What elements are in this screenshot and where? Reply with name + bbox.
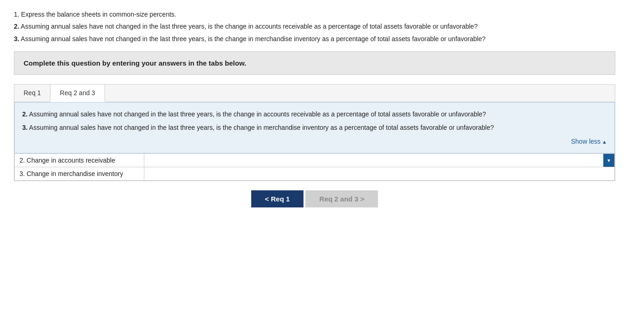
intro-q3-text: Assuming annual sales have not changed i… bbox=[19, 35, 486, 43]
show-less-arrow-icon: ▲ bbox=[601, 139, 607, 145]
row2-label: 3. Change in merchandise inventory bbox=[15, 167, 144, 181]
question-box: 2. Assuming annual sales have not change… bbox=[14, 102, 615, 153]
question-box-q3: 3. Assuming annual sales have not change… bbox=[22, 122, 607, 133]
row1-label: 2. Change in accounts receivable bbox=[15, 154, 144, 167]
intro-q2-bold: 2. bbox=[14, 23, 19, 30]
show-less-button[interactable]: Show less ▲ bbox=[22, 136, 607, 146]
row1-select[interactable]: Favorable Unfavorable bbox=[144, 154, 614, 167]
tab-bar: Req 1 Req 2 and 3 bbox=[14, 85, 615, 102]
tab-req1[interactable]: Req 1 bbox=[14, 85, 50, 102]
tab-content: 2. Assuming annual sales have not change… bbox=[14, 102, 615, 181]
table-row: 3. Change in merchandise inventory Favor… bbox=[15, 167, 615, 181]
row2-select-wrapper: Favorable Unfavorable bbox=[144, 167, 614, 180]
intro-line3: 3. Assuming annual sales have not change… bbox=[14, 34, 615, 44]
tabs-container: Req 1 Req 2 and 3 2. Assuming annual sal… bbox=[14, 84, 615, 181]
prev-button[interactable]: < Req 1 bbox=[251, 190, 304, 207]
q3-bold: 3. bbox=[22, 124, 28, 131]
tab-req23[interactable]: Req 2 and 3 bbox=[50, 85, 105, 102]
intro-line2: 2. Assuming annual sales have not change… bbox=[14, 21, 615, 31]
q3-text: Assuming annual sales have not changed i… bbox=[28, 124, 494, 131]
q2-bold: 2. bbox=[22, 110, 28, 118]
intro-q2-text: Assuming annual sales have not changed i… bbox=[19, 23, 478, 30]
row1-input-cell: Favorable Unfavorable ▼ bbox=[144, 154, 615, 167]
intro-text: 1. Express the balance sheets in common-… bbox=[14, 9, 615, 44]
row1-select-wrapper: Favorable Unfavorable ▼ bbox=[144, 154, 614, 167]
show-less-label: Show less bbox=[571, 138, 601, 145]
complete-box-text: Complete this question by entering your … bbox=[24, 59, 246, 67]
nav-buttons: < Req 1 Req 2 and 3 > bbox=[14, 190, 615, 207]
complete-box: Complete this question by entering your … bbox=[14, 51, 615, 75]
intro-line1: 1. Express the balance sheets in common-… bbox=[14, 9, 615, 19]
next-button[interactable]: Req 2 and 3 > bbox=[305, 190, 378, 207]
table-row: 2. Change in accounts receivable Favorab… bbox=[15, 154, 615, 167]
row2-select[interactable]: Favorable Unfavorable bbox=[144, 167, 614, 180]
q2-text: Assuming annual sales have not changed i… bbox=[28, 110, 486, 118]
intro-q3-bold: 3. bbox=[14, 35, 19, 43]
answer-table: 2. Change in accounts receivable Favorab… bbox=[14, 153, 615, 181]
question-box-q2: 2. Assuming annual sales have not change… bbox=[22, 109, 607, 119]
row2-input-cell: Favorable Unfavorable bbox=[144, 167, 615, 181]
